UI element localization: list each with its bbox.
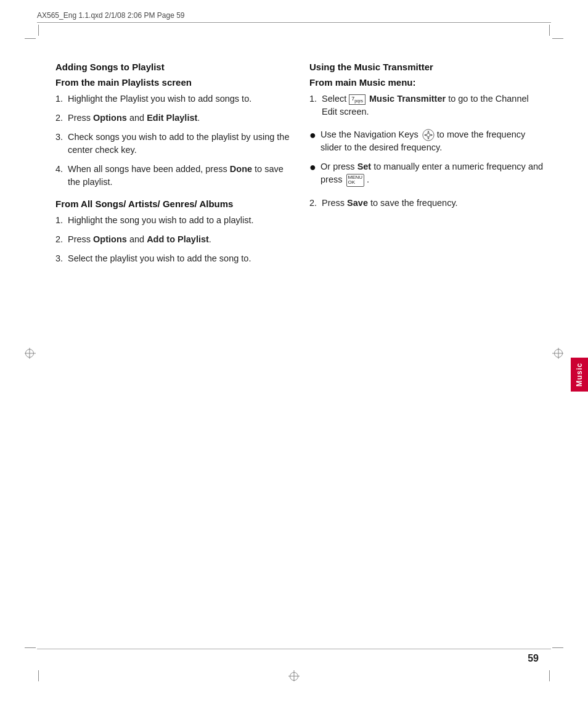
subsection2-title: From All Songs/ Artists/ Genres/ Albums xyxy=(55,199,291,209)
7pqrs-icon: 7pqrs xyxy=(349,94,365,105)
list-item: 4. When all songs have been added, press… xyxy=(55,163,291,189)
header-bar: AX565_Eng 1.1.qxd 2/1/08 2:06 PM Page 59 xyxy=(37,11,551,23)
page-number: 59 xyxy=(528,653,539,664)
subsection1-title: From the main Playlists screen xyxy=(55,77,291,88)
header-text: AX565_Eng 1.1.qxd 2/1/08 2:06 PM Page 59 xyxy=(37,11,185,20)
right-numbered-list2: 2. Press Save to save the frequency. xyxy=(309,197,545,210)
trim-mark xyxy=(549,670,550,681)
reg-mark-circle xyxy=(554,349,563,358)
trim-mark xyxy=(38,670,39,681)
right-numbered-list: 1. Select 7pqrs Music Transmitter to go … xyxy=(309,92,545,118)
svg-marker-1 xyxy=(427,131,430,133)
list-item: 2. Press Save to save the frequency. xyxy=(309,197,545,210)
trim-mark xyxy=(38,25,39,36)
trim-mark xyxy=(552,38,563,39)
music-tab: Music xyxy=(571,358,588,392)
right-column: Using the Music Transmitter From main Mu… xyxy=(309,62,545,644)
list-item: 1. Highlight the song you wish to add to… xyxy=(55,214,291,227)
subsection1-list: 1. Highlight the Playlist you wish to ad… xyxy=(55,92,291,189)
reg-mark-circle xyxy=(290,672,298,681)
right-bullet-list: ● Use the Navigation Keys to move the fr… xyxy=(309,128,545,187)
list-item: 1. Highlight the Playlist you wish to ad… xyxy=(55,92,291,105)
list-item: 2. Press Options and Add to Playlist. xyxy=(55,233,291,246)
right-section-title: Using the Music Transmitter xyxy=(309,62,545,72)
trim-mark xyxy=(549,25,550,36)
reg-mark-circle xyxy=(25,349,34,358)
left-column: Adding Songs to Playlist From the main P… xyxy=(55,62,291,644)
list-item: 3. Select the playlist you wish to add t… xyxy=(55,252,291,265)
list-item: ● Use the Navigation Keys to move the fr… xyxy=(309,128,545,154)
right-subsection-title: From main Music menu: xyxy=(309,77,545,88)
subsection2-list: 1. Highlight the song you wish to add to… xyxy=(55,214,291,265)
menu-ok-icon: MENUOK xyxy=(346,174,365,187)
svg-marker-3 xyxy=(424,134,427,136)
bottom-rule xyxy=(37,649,551,649)
svg-point-5 xyxy=(427,133,430,136)
navigation-keys-icon xyxy=(422,129,435,141)
svg-marker-4 xyxy=(430,134,433,136)
trim-mark xyxy=(552,647,563,648)
svg-marker-2 xyxy=(427,138,430,140)
trim-mark xyxy=(25,647,36,648)
list-item: 3. Check songs you wish to add to the pl… xyxy=(55,131,291,157)
left-section-title: Adding Songs to Playlist xyxy=(55,62,291,72)
trim-mark xyxy=(25,38,36,39)
list-item: 2. Press Options and Edit Playlist. xyxy=(55,112,291,125)
main-content: Adding Songs to Playlist From the main P… xyxy=(55,62,545,644)
music-tab-label: Music xyxy=(575,363,584,387)
list-item: ● Or press Set to manually enter a numer… xyxy=(309,160,545,187)
list-item: 1. Select 7pqrs Music Transmitter to go … xyxy=(309,92,545,118)
